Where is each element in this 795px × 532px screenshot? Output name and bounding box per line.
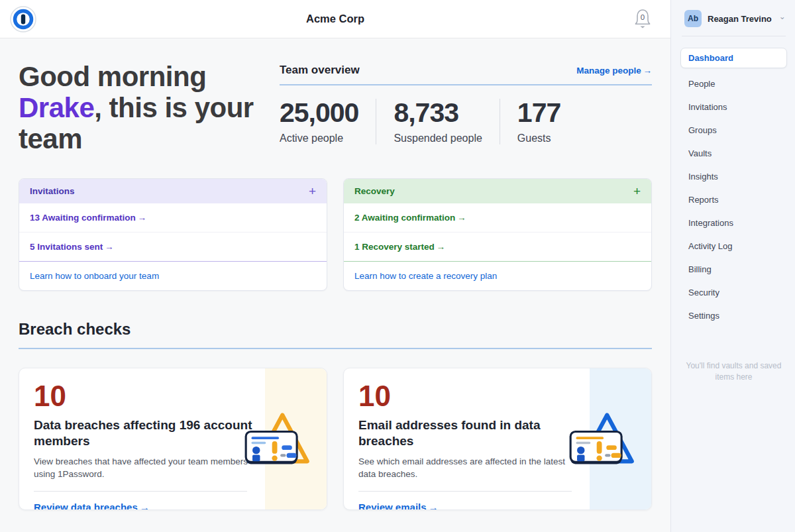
team-stats: 25,000 Active people 8,733 Suspended peo… (280, 99, 652, 144)
team-overview-section: Team overview Manage people 25,000 Activ… (280, 64, 652, 154)
user-menu[interactable]: Ab Reagan Trevino (680, 10, 787, 27)
stat-value: 25,000 (280, 99, 358, 127)
manage-people-link[interactable]: Manage people (576, 66, 652, 76)
notification-bell-button[interactable]: 0 (632, 7, 653, 31)
stat-label: Active people (280, 133, 358, 144)
invitations-card-header: Invitations (19, 179, 327, 203)
status-cards-row: Invitations 13 Awaiting confirmation 5 I… (19, 178, 652, 291)
app-window: Acme Corp 0 Good morning Drake, this is … (0, 0, 795, 532)
stat-value: 177 (517, 99, 560, 127)
top-header: Acme Corp 0 (0, 0, 670, 38)
email-breaches-title: Email addresses found in data breaches (358, 417, 577, 449)
recovery-card-title: Recovery (354, 186, 395, 196)
data-breaches-count: 10 (34, 382, 258, 411)
sidebar-footer-note: You'll find vaults and saved items here (680, 360, 787, 384)
data-breaches-description: View breaches that have affected your te… (34, 455, 252, 481)
sidebar-item-dashboard[interactable]: Dashboard (680, 48, 787, 68)
email-breaches-description: See which email addresses are affected i… (358, 455, 577, 481)
sidebar-item-reports[interactable]: Reports (680, 191, 787, 209)
recovery-card-header: Recovery (344, 179, 651, 203)
recovery-card-footer: Learn how to create a recovery plan (344, 262, 651, 290)
divider (34, 491, 247, 492)
team-overview-title: Team overview (280, 64, 360, 77)
email-breaches-body: 10 Email addresses found in data breache… (344, 368, 582, 510)
onepassword-logo[interactable] (9, 5, 37, 33)
invitations-sent-link[interactable]: 5 Invitations sent (19, 233, 327, 262)
breach-checks-section: Breach checks 10 Data breaches affecting… (19, 320, 652, 510)
awaiting-confirmation-link[interactable]: 13 Awaiting confirmation (19, 203, 327, 233)
sidebar-item-security[interactable]: Security (680, 284, 787, 301)
invitations-card-title: Invitations (30, 186, 75, 196)
add-invitation-button[interactable] (309, 185, 316, 197)
company-title: Acme Corp (0, 13, 670, 25)
add-recovery-button[interactable] (633, 185, 641, 197)
breach-warning-icon (243, 410, 312, 468)
greeting-block: Good morning Drake, this is your team (19, 61, 256, 154)
onepassword-logo-icon (10, 6, 36, 32)
main-column: Acme Corp 0 Good morning Drake, this is … (0, 0, 670, 532)
breach-cards-row: 10 Data breaches affecting 196 account m… (19, 368, 652, 510)
review-data-breaches-link[interactable]: Review data breaches (34, 502, 150, 510)
recovery-plan-link[interactable]: Learn how to create a recovery plan (354, 271, 497, 281)
stat-guests: 177 Guests (517, 99, 578, 144)
team-overview-header: Team overview Manage people (280, 64, 652, 85)
email-breaches-card: 10 Email addresses found in data breache… (343, 368, 652, 510)
greeting-username: Drake (19, 92, 94, 123)
invitations-card: Invitations 13 Awaiting confirmation 5 I… (19, 178, 327, 291)
avatar: Ab (684, 10, 702, 27)
stat-active-people: 25,000 Active people (280, 99, 376, 144)
sidebar-item-groups[interactable]: Groups (680, 121, 787, 139)
breach-warning-icon (568, 410, 637, 468)
stat-value: 8,733 (394, 99, 482, 127)
divider (682, 36, 786, 36)
sidebar-item-billing[interactable]: Billing (680, 260, 787, 278)
onboard-team-link[interactable]: Learn how to onboard your team (30, 271, 159, 281)
review-emails-link[interactable]: Review emails (358, 502, 439, 510)
top-row: Good morning Drake, this is your team Te… (19, 56, 652, 154)
greeting-heading: Good morning Drake, this is your team (19, 61, 256, 154)
notification-count: 0 (641, 13, 645, 21)
stat-label: Suspended people (394, 133, 482, 144)
recovery-card: Recovery 2 Awaiting confirmation 1 Recov… (343, 178, 652, 291)
stat-suspended-people: 8,733 Suspended people (394, 99, 500, 144)
email-breaches-count: 10 (358, 382, 582, 411)
sidebar-item-activity-log[interactable]: Activity Log (680, 237, 787, 255)
data-breaches-title: Data breaches affecting 196 account memb… (34, 417, 252, 449)
notification-bell-icon: 0 (632, 7, 653, 31)
divider (358, 491, 572, 492)
stat-label: Guests (517, 133, 560, 144)
sidebar-item-integrations[interactable]: Integrations (680, 214, 787, 232)
chevron-down-icon (779, 14, 786, 23)
dashboard-main: Good morning Drake, this is your team Te… (0, 38, 670, 532)
sidebar-item-people[interactable]: People (680, 75, 787, 93)
breach-checks-title: Breach checks (19, 320, 652, 349)
sidebar-item-vaults[interactable]: Vaults (680, 144, 787, 162)
data-breaches-card: 10 Data breaches affecting 196 account m… (19, 368, 327, 510)
sidebar-item-insights[interactable]: Insights (680, 168, 787, 186)
sidebar-nav: Dashboard People Invitations Groups Vaul… (680, 48, 787, 330)
recovery-awaiting-confirmation-link[interactable]: 2 Awaiting confirmation (344, 203, 651, 233)
sidebar-item-invitations[interactable]: Invitations (680, 98, 787, 116)
right-sidebar: Ab Reagan Trevino Dashboard People Invit… (670, 0, 795, 532)
greeting-prefix: Good morning (19, 61, 206, 92)
sidebar-item-settings[interactable]: Settings (680, 307, 787, 325)
user-name: Reagan Trevino (708, 14, 772, 24)
recovery-started-link[interactable]: 1 Recovery started (344, 233, 651, 262)
data-breaches-body: 10 Data breaches affecting 196 account m… (19, 368, 258, 510)
invitations-card-footer: Learn how to onboard your team (19, 262, 327, 290)
